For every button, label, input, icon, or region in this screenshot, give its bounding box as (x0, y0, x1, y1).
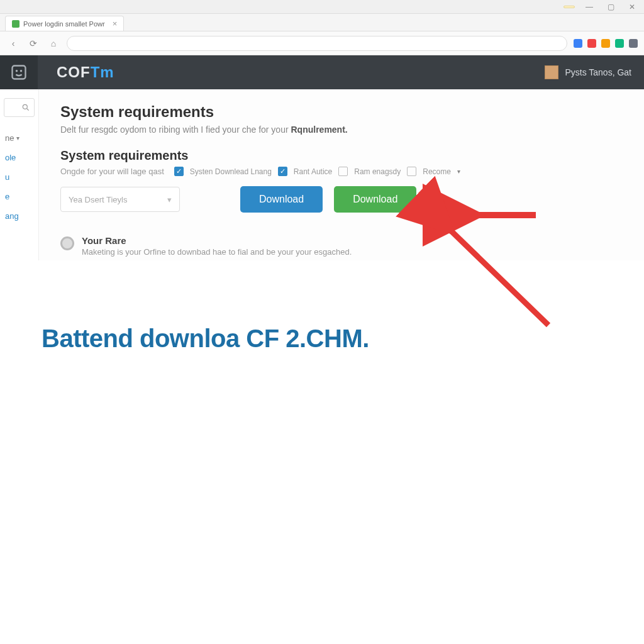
dropdown-value: Yea Dsert Tieyls (69, 195, 127, 204)
chevron-down-icon: ▾ (16, 135, 19, 142)
checkbox-label: Systen Downlead Lnang (190, 167, 272, 176)
user-area[interactable]: Pysts Tanos, Gat (545, 65, 631, 79)
tab-title: Power logdin smallet Powr (23, 20, 105, 28)
page-title: System requirements (60, 103, 623, 121)
logo-box[interactable] (0, 55, 38, 89)
main-panel: System requirements Delt fur resgdc oydo… (39, 89, 644, 260)
checkbox-label: Recome (423, 167, 451, 176)
extension-icon[interactable] (629, 39, 638, 48)
sidebar-item[interactable]: ang (0, 206, 38, 226)
user-label: Pysts Tanos, Gat (565, 67, 631, 77)
sidebar-item[interactable]: ne▾ (0, 128, 38, 148)
reload-button[interactable]: ⟳ (26, 36, 40, 50)
home-button[interactable]: ⌂ (47, 36, 60, 50)
action-row: Yea Dsert Tieyls ▾ Download Download (60, 186, 623, 213)
note-title: Your Rare (82, 235, 352, 246)
chevron-down-icon: ▾ (167, 195, 172, 204)
subtitle-text: Delt fur resgdc oydom to ribing with I f… (60, 125, 291, 135)
version-dropdown[interactable]: Yea Dsert Tieyls ▾ (60, 187, 180, 212)
sidebar: ne▾ ole u e ang (0, 89, 39, 260)
section-title: System requirements (60, 148, 623, 163)
address-input[interactable] (67, 36, 567, 51)
checkbox[interactable] (407, 167, 416, 176)
browser-tab[interactable]: Power logdin smallet Powr × (5, 16, 124, 31)
minimize-button[interactable]: — (582, 3, 596, 11)
subtitle-emphasis: Rqnulrement. (291, 125, 348, 135)
back-button[interactable]: ‹ (6, 36, 20, 50)
download-button-primary[interactable]: Download (240, 186, 323, 213)
url-bar: ‹ ⟳ ⌂ (0, 31, 644, 55)
close-tab-icon[interactable]: × (113, 19, 118, 28)
annotation-caption: Battend downloa CF 2.CHM. (42, 325, 369, 353)
chevron-down-icon: ▾ (457, 168, 460, 175)
download-button-secondary[interactable]: Download (334, 186, 416, 213)
search-icon (21, 103, 30, 112)
extension-icons (574, 39, 638, 48)
extension-icon[interactable] (574, 39, 582, 48)
note-body: Maketing is your Orfine to downbad hae t… (82, 247, 352, 257)
svg-point-1 (16, 70, 18, 72)
maximize-button[interactable]: ▢ (604, 3, 618, 11)
note-row: Your Rare Maketing is your Orfine to dow… (60, 231, 623, 260)
search-input[interactable] (4, 98, 35, 117)
favicon-icon (12, 20, 19, 28)
sidebar-item[interactable]: e (0, 187, 38, 206)
logo-icon (10, 64, 28, 81)
app-header: COFTm Pysts Tanos, Gat (0, 55, 644, 89)
info-icon (60, 236, 74, 250)
checkbox[interactable] (338, 167, 348, 176)
content-wrap: ne▾ ole u e ang System requirements Delt… (0, 89, 644, 260)
page-subtitle: Delt fur resgdc oydom to ribing with I f… (60, 125, 623, 135)
options-lead: Ongde for your will lage qast (60, 167, 164, 176)
avatar (545, 65, 558, 79)
checkbox-label: Ram enagsdy (354, 167, 401, 176)
sidebar-item-label: ne (5, 133, 14, 143)
brand-part-a: COF (57, 64, 91, 80)
extension-icon[interactable] (587, 39, 596, 48)
sidebar-item[interactable]: ole (0, 148, 38, 167)
brand: COFTm (57, 64, 114, 81)
window-controls: — ▢ ✕ (0, 0, 644, 14)
svg-point-2 (20, 70, 23, 72)
options-row: Ongde for your will lage qast ✓Systen Do… (60, 167, 623, 176)
extension-icon[interactable] (615, 39, 624, 48)
sidebar-item[interactable]: u (0, 167, 38, 187)
svg-point-3 (23, 104, 27, 109)
checkbox-label: Rant Autice (294, 167, 332, 176)
tab-bar: Power logdin smallet Powr × (0, 14, 644, 31)
close-window-button[interactable]: ✕ (625, 3, 639, 11)
brand-part-b: Tm (91, 64, 114, 80)
svg-line-4 (27, 109, 29, 111)
checkbox[interactable]: ✓ (174, 167, 184, 176)
svg-rect-0 (13, 66, 26, 79)
checkbox[interactable]: ✓ (278, 167, 287, 176)
chrome-badge (564, 6, 575, 8)
extension-icon[interactable] (601, 39, 610, 48)
